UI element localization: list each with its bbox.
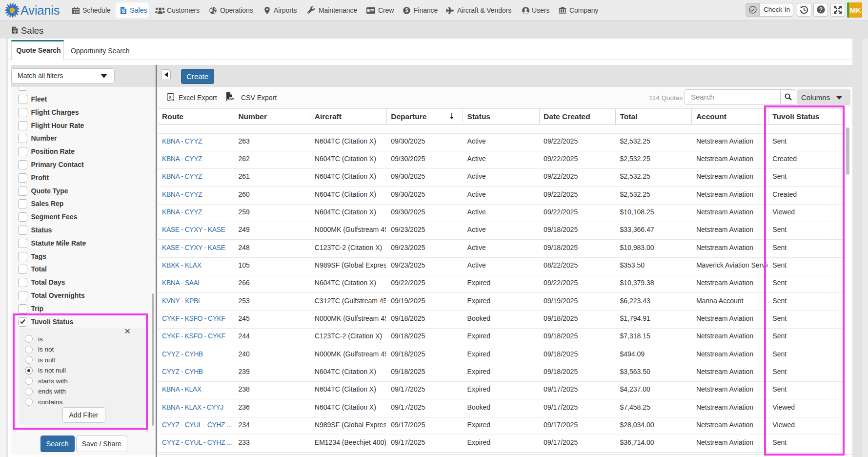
svg-text:$: $ [14, 30, 16, 32]
svg-text:$: $ [123, 10, 124, 13]
svg-text:$: $ [405, 7, 408, 13]
svg-text:?: ? [819, 6, 822, 13]
svg-text:CSV: CSV [228, 97, 234, 101]
